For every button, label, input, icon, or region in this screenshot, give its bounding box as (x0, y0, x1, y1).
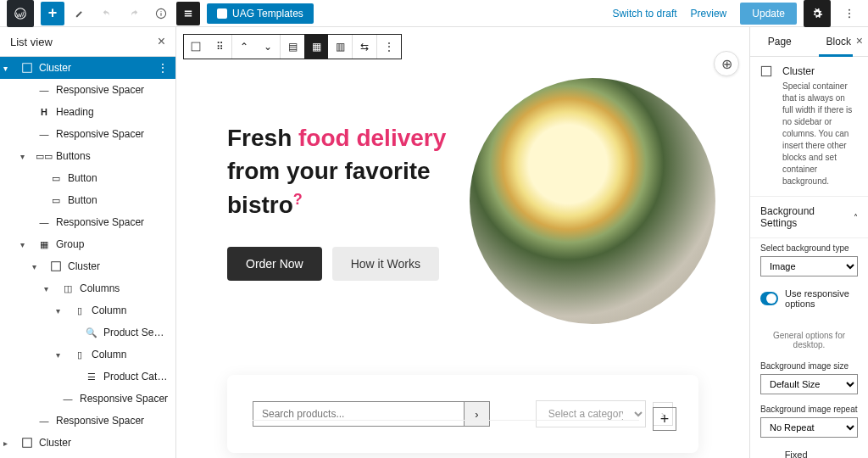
background-settings-header[interactable]: Background Settings˄ (750, 197, 868, 238)
list-icon: ☰ (85, 370, 98, 383)
redo-icon[interactable] (122, 2, 146, 25)
tree-item-responsive-spacer[interactable]: —Responsive Spacer (0, 388, 175, 410)
svg-rect-8 (192, 42, 200, 51)
preview-link[interactable]: Preview (691, 8, 727, 20)
settings-gear-icon[interactable] (804, 0, 831, 27)
list-view-panel: List view × ▾Cluster⋮—Responsive SpacerH… (0, 27, 176, 458)
tree-toggle-icon[interactable]: ▾ (44, 284, 56, 293)
tree-toggle-icon[interactable]: ▾ (56, 350, 68, 360)
tree-item-buttons[interactable]: ▾▭▭Buttons (0, 145, 175, 167)
block-toolbar: ⠿ ⌃ ⌄ ▤ ▦ ▥ ⇆ ⋮ (183, 34, 402, 59)
tree-item-label: Columns (80, 282, 169, 294)
svg-point-4 (849, 16, 850, 18)
search-submit-icon[interactable]: › (465, 401, 490, 427)
tree-item-cluster[interactable]: ▾Cluster (0, 255, 175, 277)
list-view-title: List view (10, 36, 53, 48)
add-block-button[interactable]: + (41, 2, 64, 25)
hero-section: Fresh food delivery from your favorite b… (176, 27, 749, 341)
svg-point-3 (849, 12, 850, 14)
tree-toggle-icon[interactable]: ▾ (32, 262, 44, 271)
tree-toggle-icon[interactable]: ▾ (3, 64, 15, 73)
dash-icon: — (37, 83, 51, 97)
hero-food-image (470, 78, 715, 324)
img-size-select[interactable]: Default Size (760, 374, 858, 394)
tree-item-column[interactable]: ▾▯Column (0, 344, 175, 366)
block-title: Cluster (782, 65, 858, 77)
tree-item-product-categories-list[interactable]: ☰Product Categories List (0, 366, 175, 388)
tab-page[interactable]: Page (750, 27, 810, 56)
tree-item-columns[interactable]: ▾◫Columns (0, 277, 175, 299)
block-type-icon[interactable] (184, 35, 208, 59)
close-inspector-icon[interactable]: × (856, 34, 863, 47)
dash-icon: — (37, 215, 51, 229)
column-icon: ▯ (73, 304, 86, 317)
undo-icon[interactable] (95, 2, 119, 25)
tree-item-label: Cluster (68, 260, 169, 272)
align-right-icon[interactable]: ▥ (328, 35, 352, 59)
tree-item-label: Button (68, 194, 169, 206)
drag-handle-icon[interactable]: ⠿ (208, 35, 231, 59)
editor-canvas[interactable]: ⠿ ⌃ ⌄ ▤ ▦ ▥ ⇆ ⋮ ⊕ (176, 27, 749, 458)
tree-item-responsive-spacer[interactable]: —Responsive Spacer (0, 454, 175, 458)
block-more-icon[interactable]: ⋮ (377, 35, 401, 59)
info-icon[interactable] (149, 2, 173, 25)
swap-icon[interactable]: ⇆ (353, 35, 376, 59)
responsive-toggle[interactable] (760, 292, 778, 305)
search-card: › Select a category › + (227, 375, 698, 453)
cluster-icon (760, 65, 776, 81)
tree-toggle-icon[interactable]: ▾ (20, 152, 32, 161)
img-size-label: Background image size (760, 361, 858, 371)
fixed-bg-label: Fixed background image (785, 450, 858, 458)
move-up-icon[interactable]: ⌃ (232, 35, 256, 59)
floating-add-icon[interactable]: ⊕ (714, 51, 739, 76)
columns-icon: ◫ (61, 282, 75, 295)
top-toolbar: + UAG Templates Switch to draft Preview … (0, 0, 868, 27)
cluster-icon (20, 436, 34, 450)
svg-rect-6 (52, 262, 61, 271)
close-icon[interactable]: × (158, 34, 165, 49)
tree-item-responsive-spacer[interactable]: —Responsive Spacer (0, 410, 175, 432)
tree-item-label: Button (68, 172, 169, 184)
tree-toggle-icon[interactable]: ▾ (56, 306, 68, 316)
tree-item-responsive-spacer[interactable]: —Responsive Spacer (0, 79, 175, 101)
tree-item-label: Responsive Spacer (56, 128, 169, 140)
tree-item-column[interactable]: ▾▯Column (0, 299, 175, 321)
tree-item-button[interactable]: ▭Button (0, 167, 175, 189)
group-icon: ▦ (37, 237, 51, 251)
hero-heading[interactable]: Fresh food delivery from your favorite b… (227, 121, 470, 221)
block-tree: ▾Cluster⋮—Responsive SpacerHHeading—Resp… (0, 57, 175, 458)
category-select[interactable]: Select a category (536, 400, 646, 427)
tree-item-product-search[interactable]: 🔍Product Search (0, 321, 175, 344)
tree-toggle-icon[interactable]: ▾ (20, 240, 32, 249)
align-center-icon[interactable]: ▦ (304, 35, 328, 59)
tree-item-button[interactable]: ▭Button (0, 189, 175, 211)
how-it-works-button[interactable]: How it Works (332, 247, 439, 281)
update-button[interactable]: Update (740, 3, 797, 25)
list-view-icon[interactable] (176, 2, 200, 25)
more-menu-icon[interactable] (837, 2, 861, 25)
uag-templates-button[interactable]: UAG Templates (207, 3, 314, 24)
align-left-icon[interactable]: ▤ (281, 35, 304, 59)
img-repeat-select[interactable]: No Repeat (760, 417, 858, 438)
add-block-inline-button[interactable]: + (653, 407, 676, 431)
bg-type-select[interactable]: Image (760, 256, 858, 276)
product-search-input[interactable] (253, 401, 465, 427)
tree-toggle-icon[interactable]: ▸ (3, 438, 15, 448)
tree-item-responsive-spacer[interactable]: —Responsive Spacer (0, 211, 175, 233)
tree-item-responsive-spacer[interactable]: —Responsive Spacer (0, 123, 175, 145)
tree-item-more-icon[interactable]: ⋮ (157, 61, 169, 75)
svg-point-2 (849, 8, 850, 10)
buttons-icon: ▭▭ (37, 149, 51, 163)
inspector-panel: Page Block × Cluster Special container t… (749, 27, 868, 458)
tree-item-label: Buttons (56, 150, 169, 162)
tree-item-heading[interactable]: HHeading (0, 101, 175, 123)
order-now-button[interactable]: Order Now (227, 247, 322, 281)
switch-to-draft-link[interactable]: Switch to draft (613, 8, 677, 20)
move-down-icon[interactable]: ⌄ (256, 35, 280, 59)
tree-item-group[interactable]: ▾▦Group (0, 233, 175, 255)
tree-item-cluster[interactable]: ▸Cluster (0, 432, 175, 454)
wp-logo-icon[interactable] (7, 0, 34, 27)
responsive-toggle-label: Use responsive options (785, 288, 858, 309)
tree-item-cluster[interactable]: ▾Cluster⋮ (0, 57, 175, 79)
edit-icon[interactable] (68, 2, 92, 25)
